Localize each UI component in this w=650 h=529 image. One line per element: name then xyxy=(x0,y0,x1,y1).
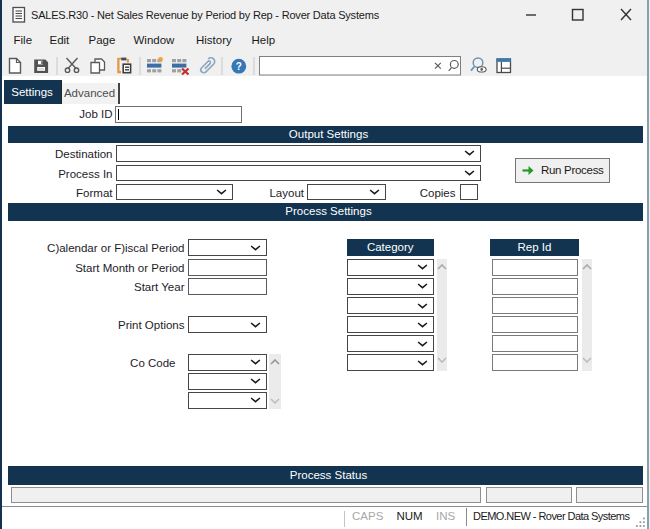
svg-text:?: ? xyxy=(236,61,242,72)
